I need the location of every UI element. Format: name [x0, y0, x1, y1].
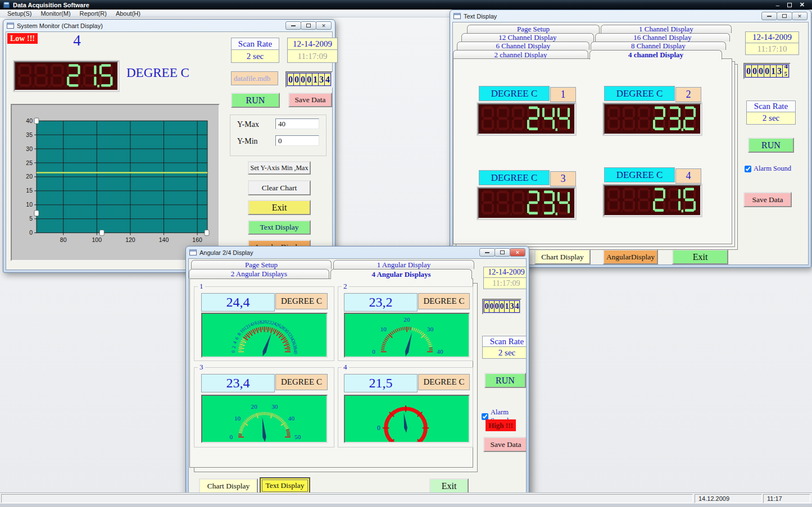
gauge-2-number: 2 — [342, 282, 349, 291]
scan-rate-value: 2 sec — [746, 112, 796, 125]
date-display: 12-14-2009 — [287, 38, 338, 50]
menu-about[interactable]: About(H) — [112, 10, 144, 17]
sample-counter: 0000134 — [482, 299, 521, 314]
close-icon[interactable]: ✕ — [792, 12, 808, 20]
svg-text:80: 80 — [60, 236, 67, 243]
tab-6-channel[interactable]: 6 Channel Display — [457, 42, 589, 50]
status-date: 14.12.2009 — [695, 494, 762, 503]
tab-1-angular[interactable]: 1 Angular Display — [333, 260, 474, 269]
channel-2-number: 2 — [675, 87, 701, 102]
svg-text:5: 5 — [29, 215, 33, 222]
scan-rate-label: Scan Rate — [746, 101, 796, 112]
main-titlebar[interactable]: Data Acquisition Software – ✕ — [0, 0, 812, 10]
gauge-4-number: 4 — [342, 363, 349, 372]
run-button[interactable]: RUN — [748, 138, 794, 153]
svg-text:0: 0 — [229, 433, 233, 440]
tab-page-setup[interactable]: Page Setup — [191, 260, 332, 269]
gauge-4-value: 21,5 — [344, 374, 418, 392]
tab-12-channel[interactable]: 12 Channel Display — [461, 33, 594, 42]
clear-chart-button[interactable]: Clear Chart — [248, 180, 311, 195]
save-data-button[interactable]: Save Data — [483, 437, 527, 452]
run-button[interactable]: RUN — [231, 93, 280, 108]
gauge-4-unit: DEGREE C — [418, 374, 470, 390]
text-display-window: Text Display ✕ Page Setup 1 Channel Disp… — [450, 10, 811, 268]
set-yaxis-button[interactable]: Set Y-Axis Min ,Max — [248, 161, 311, 175]
angular-display-title: Angular 2/4 Display — [199, 249, 253, 256]
restore-icon[interactable] — [301, 21, 316, 30]
gauge-3-dial: 01020304050 — [201, 395, 328, 443]
exit-button[interactable]: Exit — [248, 200, 311, 215]
tab-2-channel[interactable]: 2 channel Display — [453, 50, 588, 59]
alarm-sound-checkbox[interactable]: Alarm Sound — [745, 165, 791, 173]
minimize-icon[interactable] — [761, 12, 777, 20]
svg-text:0: 0 — [372, 348, 375, 355]
angular-display-button[interactable]: AngularDisplay — [603, 249, 658, 264]
exit-button[interactable]: Exit — [429, 478, 469, 494]
low-alarm-badge: Low !!! — [7, 33, 38, 44]
text-display-button[interactable]: Text Display — [260, 477, 310, 494]
gauge-1-dial: 0246810121416182022242628303234363840 — [201, 313, 328, 358]
gauge-3-unit: DEGREE C — [275, 374, 328, 390]
tab-8-channel[interactable]: 8 Channel Display — [591, 42, 726, 50]
chart-area[interactable]: 051015202530354080100120140160 — [11, 104, 220, 261]
minimize-icon[interactable] — [285, 21, 301, 30]
svg-text:4: 4 — [232, 340, 238, 345]
channel-4-unit: DEGREE C — [604, 167, 675, 182]
gauge-1-number: 1 — [198, 282, 205, 291]
tab-2-angular[interactable]: 2 Angular Displays — [189, 269, 329, 278]
run-button[interactable]: RUN — [484, 373, 526, 388]
form-icon — [7, 22, 14, 29]
svg-text:25: 25 — [26, 159, 33, 166]
text-display-titlebar[interactable]: Text Display ✕ — [450, 10, 811, 22]
system-monitor-client: Low !!! 4 DEGREE C 051015202530354080100… — [6, 31, 333, 270]
chart-display-button[interactable]: Chart Display — [534, 249, 591, 264]
svg-text:20: 20 — [26, 173, 33, 180]
scan-rate-value: 2 sec — [231, 49, 279, 63]
channel-4-number: 4 — [675, 168, 701, 184]
tab-page-setup[interactable]: Page Setup — [467, 25, 600, 33]
channel-4-display — [604, 185, 701, 216]
ymax-input[interactable] — [275, 118, 319, 129]
tab-4-channel[interactable]: 4 channel Display — [589, 50, 722, 60]
channel-1-display — [478, 103, 575, 135]
gauge-1-group: 1 24,4 DEGREE C 024681012141618202224262… — [194, 286, 334, 361]
minimize-icon[interactable] — [479, 248, 495, 257]
chart-display-button[interactable]: Chart Display — [199, 478, 258, 494]
exit-button[interactable]: Exit — [672, 249, 728, 264]
datafile-field[interactable]: datafile.mdb — [231, 71, 278, 85]
trend-chart[interactable]: 051015202530354080100120140160 — [12, 105, 219, 260]
tab-4-angular[interactable]: 4 Angular Displays — [330, 269, 472, 279]
system-monitor-titlebar[interactable]: System Monitor (Chart Display) ✕ — [3, 20, 335, 31]
text-display-button[interactable]: Text Display — [248, 220, 311, 235]
tab-16-channel[interactable]: 16 Channel Display — [595, 33, 730, 42]
svg-text:40: 40 — [437, 348, 443, 355]
menu-monitor[interactable]: Monitor(M) — [37, 10, 74, 17]
save-data-button[interactable]: Save Data — [288, 93, 332, 107]
close-icon[interactable]: ✕ — [316, 21, 332, 30]
restore-icon[interactable] — [787, 3, 792, 7]
restore-icon[interactable] — [777, 12, 792, 20]
tab-1-channel[interactable]: 1 Channel Display — [601, 25, 732, 33]
gauge-3-number: 3 — [198, 363, 205, 372]
svg-text:20: 20 — [403, 316, 410, 323]
gauge-4-dial: 0 — [344, 395, 470, 443]
date-display: 12-14-2009 — [745, 31, 799, 43]
svg-text:6: 6 — [234, 336, 240, 341]
save-data-button[interactable]: Save Data — [743, 192, 792, 207]
ymin-input[interactable] — [275, 135, 319, 146]
restore-icon[interactable] — [495, 248, 510, 257]
gauge-4-group: 4 21,5 DEGREE C 0 — [338, 367, 473, 447]
gauge-2-unit: DEGREE C — [418, 293, 470, 309]
system-monitor-title: System Monitor (Chart Display) — [17, 22, 103, 29]
close-icon[interactable]: ✕ — [510, 248, 525, 257]
alarm-sound-input[interactable] — [745, 166, 751, 172]
menu-setup[interactable]: Setup(S) — [3, 10, 35, 17]
svg-text:40: 40 — [293, 349, 298, 354]
angular-display-titlebar[interactable]: Angular 2/4 Display ✕ — [186, 246, 529, 258]
minimize-icon[interactable]: – — [776, 2, 779, 8]
svg-text:10: 10 — [26, 201, 33, 208]
sample-counter: 00001345 — [743, 63, 791, 79]
menu-report[interactable]: Report(R) — [76, 10, 111, 17]
svg-text:40: 40 — [288, 415, 295, 422]
close-icon[interactable]: ✕ — [800, 1, 805, 8]
